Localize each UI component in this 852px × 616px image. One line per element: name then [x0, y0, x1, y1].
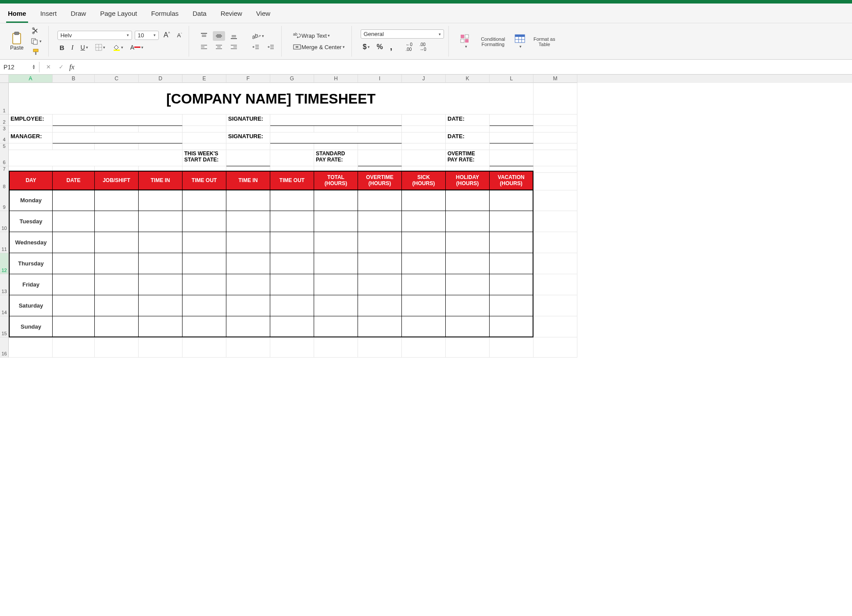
decrease-decimal-button[interactable]: .00→0 — [417, 41, 429, 53]
tab-view[interactable]: View — [254, 7, 272, 23]
table-cell[interactable] — [226, 232, 270, 253]
tab-draw[interactable]: Draw — [69, 7, 88, 23]
table-cell[interactable] — [53, 316, 95, 337]
col-header-H[interactable]: H — [314, 75, 358, 83]
col-header-I[interactable]: I — [358, 75, 402, 83]
table-cell[interactable] — [446, 274, 490, 295]
table-cell[interactable] — [314, 295, 358, 316]
table-header[interactable]: DAY — [9, 171, 53, 190]
table-header[interactable]: VACATION (HOURS) — [490, 171, 533, 190]
orientation-button[interactable]: ab↗▾ — [250, 32, 266, 41]
tab-insert[interactable]: Insert — [39, 7, 59, 23]
merge-center-button[interactable]: Merge & Center▾ — [290, 42, 347, 52]
table-cell[interactable] — [358, 316, 402, 337]
cell[interactable] — [9, 337, 53, 358]
cell[interactable] — [533, 143, 577, 150]
row-header[interactable]: 9 — [0, 190, 9, 211]
table-cell[interactable] — [314, 316, 358, 337]
tab-data[interactable]: Data — [191, 7, 208, 23]
cell[interactable] — [270, 126, 314, 133]
day-label[interactable]: Monday — [9, 190, 53, 211]
wrap-text-button[interactable]: ab Wrap Text▾ — [290, 31, 332, 40]
cell[interactable] — [533, 132, 577, 143]
day-label[interactable]: Friday — [9, 274, 53, 295]
cell[interactable] — [139, 143, 183, 150]
cell[interactable] — [490, 126, 533, 133]
tab-home[interactable]: Home — [6, 7, 28, 23]
table-cell[interactable] — [53, 211, 95, 232]
cell[interactable] — [226, 150, 270, 166]
row-header[interactable]: 8 — [0, 171, 9, 190]
table-header[interactable]: TIME OUT — [270, 171, 314, 190]
format-painter-button[interactable] — [29, 47, 44, 57]
table-cell[interactable] — [446, 211, 490, 232]
field-label[interactable]: DATE: — [446, 132, 490, 143]
cell[interactable] — [358, 337, 402, 358]
cell[interactable] — [95, 143, 139, 150]
cell[interactable] — [533, 337, 577, 358]
row-header[interactable]: 16 — [0, 337, 9, 358]
field-label[interactable]: MANAGER: — [9, 132, 53, 143]
cell[interactable] — [270, 143, 314, 150]
table-cell[interactable] — [270, 295, 314, 316]
cell[interactable] — [53, 132, 183, 143]
cell[interactable] — [226, 126, 270, 133]
conditional-formatting-button[interactable]: ▾ — [458, 32, 474, 50]
increase-indent-button[interactable] — [265, 43, 277, 51]
row-header[interactable]: 11 — [0, 232, 9, 253]
number-format-select[interactable]: General▾ — [361, 29, 444, 39]
table-cell[interactable] — [183, 190, 226, 211]
cell[interactable] — [53, 115, 183, 126]
table-cell[interactable] — [270, 316, 314, 337]
align-left-button[interactable] — [198, 43, 210, 51]
col-header-D[interactable]: D — [139, 75, 183, 83]
table-cell[interactable] — [358, 274, 402, 295]
col-header-J[interactable]: J — [402, 75, 446, 83]
row-header[interactable]: 5 — [0, 143, 9, 150]
cell[interactable] — [314, 126, 358, 133]
table-cell[interactable] — [270, 190, 314, 211]
row-header[interactable]: 4 — [0, 132, 9, 143]
cell[interactable] — [402, 143, 446, 150]
table-cell[interactable] — [490, 316, 533, 337]
table-cell[interactable] — [183, 295, 226, 316]
accept-formula-button[interactable]: ✓ — [57, 62, 66, 72]
cell[interactable] — [533, 190, 577, 211]
align-bottom-button[interactable] — [228, 31, 240, 41]
cell[interactable] — [533, 211, 577, 232]
field-label[interactable]: SIGNATURE: — [226, 132, 270, 143]
table-cell[interactable] — [226, 190, 270, 211]
table-cell[interactable] — [358, 211, 402, 232]
sheet-title[interactable]: [COMPANY NAME] TIMESHEET — [9, 83, 533, 115]
cell[interactable] — [270, 150, 314, 166]
cell[interactable] — [533, 295, 577, 316]
cell[interactable] — [533, 316, 577, 337]
cell[interactable] — [95, 126, 139, 133]
cell[interactable] — [270, 115, 402, 126]
cell[interactable] — [402, 337, 446, 358]
table-cell[interactable] — [139, 190, 183, 211]
bold-button[interactable]: B — [57, 43, 67, 53]
align-middle-button[interactable] — [213, 31, 225, 41]
table-cell[interactable] — [314, 190, 358, 211]
cancel-formula-button[interactable]: ✕ — [44, 62, 53, 72]
row-header[interactable]: 14 — [0, 295, 9, 316]
table-cell[interactable] — [183, 274, 226, 295]
cell[interactable] — [490, 150, 533, 166]
table-cell[interactable] — [95, 232, 139, 253]
table-cell[interactable] — [183, 316, 226, 337]
cell[interactable] — [533, 253, 577, 274]
table-cell[interactable] — [139, 316, 183, 337]
table-cell[interactable] — [139, 253, 183, 274]
cell[interactable] — [490, 143, 533, 150]
field-label[interactable]: SIGNATURE: — [226, 115, 270, 126]
cell[interactable] — [53, 143, 95, 150]
cell[interactable] — [314, 143, 358, 150]
tab-page-layout[interactable]: Page Layout — [98, 7, 139, 23]
table-cell[interactable] — [402, 232, 446, 253]
field-label[interactable]: OVERTIME PAY RATE: — [446, 150, 490, 166]
cell[interactable] — [9, 126, 53, 133]
cell[interactable] — [402, 150, 446, 166]
field-label[interactable]: DATE: — [446, 115, 490, 126]
table-cell[interactable] — [446, 295, 490, 316]
